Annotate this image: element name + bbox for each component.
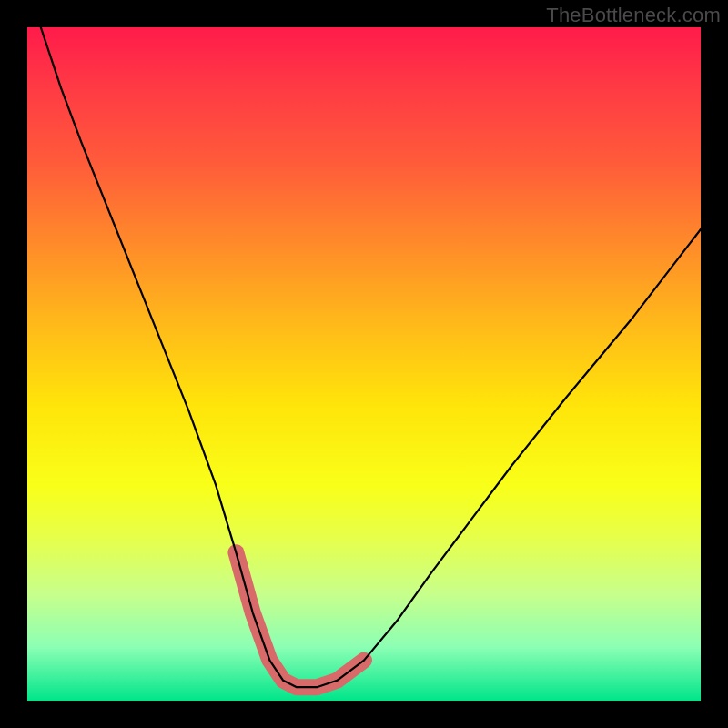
chart-svg (27, 27, 701, 701)
chart-frame: TheBottleneck.com (0, 0, 728, 728)
watermark-text: TheBottleneck.com (546, 4, 721, 27)
bottleneck-curve-line (41, 27, 701, 687)
chart-plot-area (27, 27, 701, 701)
